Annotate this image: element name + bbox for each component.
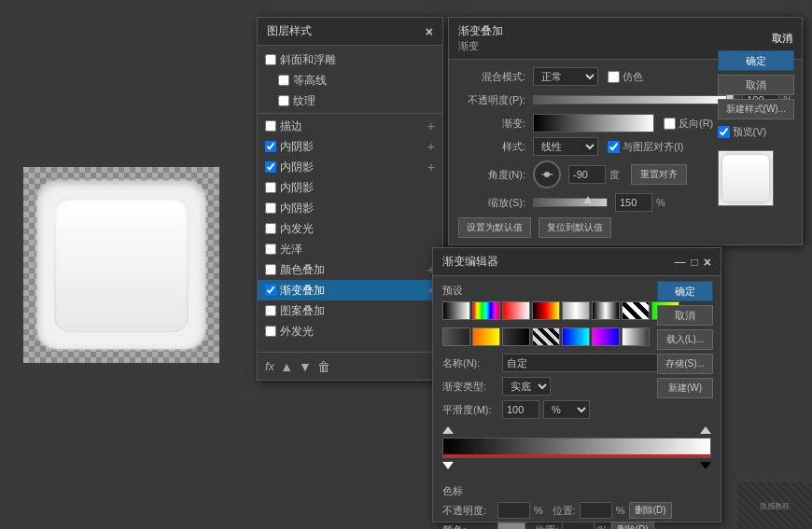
- layer-item-checkbox[interactable]: [278, 95, 289, 106]
- layer-item[interactable]: 颜色叠加 +: [258, 259, 442, 280]
- opacity-label: 不透明度(P):: [458, 93, 525, 107]
- preset-swatch[interactable]: [472, 301, 500, 320]
- set-default-button[interactable]: 设置为默认值: [458, 217, 531, 238]
- smoothness-input[interactable]: [502, 400, 539, 419]
- delete-color-stop-button[interactable]: 删除(D): [611, 522, 654, 529]
- gradient-editor-close-button[interactable]: ×: [704, 255, 711, 270]
- watermark-area: 质感教程: [737, 482, 812, 529]
- add-effect-icon[interactable]: ▲: [280, 359, 293, 374]
- opacity-stop-left[interactable]: [442, 426, 454, 434]
- layer-item[interactable]: 斜面和浮雕: [258, 49, 442, 70]
- color-stop-left[interactable]: [442, 462, 454, 469]
- ge-save-button[interactable]: 存储(S)...: [657, 354, 713, 374]
- opacity-stop-input[interactable]: [497, 502, 530, 519]
- layer-item[interactable]: 纹理: [258, 90, 442, 111]
- layer-item-checkbox[interactable]: [265, 305, 276, 316]
- layer-item-checkbox[interactable]: [265, 264, 276, 275]
- preset-swatch[interactable]: [592, 327, 620, 346]
- preset-swatch[interactable]: [532, 327, 560, 346]
- style-select[interactable]: 线性 径向: [533, 137, 598, 156]
- reset-default-button[interactable]: 复位到默认值: [539, 217, 611, 238]
- layer-item[interactable]: 内阴影: [258, 177, 442, 198]
- layer-item-checkbox[interactable]: [265, 141, 276, 152]
- layer-item-checkbox[interactable]: [265, 244, 276, 255]
- preset-swatch[interactable]: [502, 301, 530, 320]
- preset-swatch[interactable]: [472, 327, 500, 346]
- ge-new-button[interactable]: 新建(W): [657, 378, 713, 398]
- opacity-stop-right[interactable]: [700, 426, 711, 434]
- layer-item-checkbox[interactable]: [265, 120, 276, 132]
- layer-item[interactable]: 等高线: [258, 70, 442, 90]
- layer-item-checkbox[interactable]: [265, 202, 276, 214]
- layer-item-plus-icon[interactable]: +: [427, 118, 435, 133]
- layer-item-plus-icon[interactable]: +: [427, 160, 435, 174]
- reset-overlay-button[interactable]: 重置对齐: [631, 164, 687, 185]
- layer-item-checkbox[interactable]: [265, 182, 276, 193]
- confirm-button[interactable]: 确定: [718, 50, 794, 71]
- layer-item[interactable]: 外发光: [258, 321, 442, 341]
- preset-swatch[interactable]: [562, 301, 590, 320]
- color-stop-label: 颜色:: [442, 523, 494, 530]
- scale-input[interactable]: [615, 193, 652, 212]
- gradient-settings-close-button[interactable]: 取消: [772, 32, 792, 46]
- layer-item-plus-icon[interactable]: +: [427, 139, 435, 154]
- preset-swatch[interactable]: [562, 327, 590, 346]
- color-stop-right[interactable]: [700, 462, 711, 469]
- layer-item-checkbox[interactable]: [265, 326, 276, 337]
- ge-confirm-button[interactable]: 确定: [657, 281, 713, 301]
- layer-item-checkbox[interactable]: [265, 161, 276, 173]
- layer-item[interactable]: 内阴影: [258, 198, 442, 218]
- color-stop-row: 颜色: 位置: % 删除(D): [442, 522, 711, 529]
- angle-label: 角度(N):: [458, 168, 525, 182]
- delete-icon[interactable]: 🗑: [317, 359, 330, 374]
- layer-item-checkbox[interactable]: [278, 75, 289, 86]
- layer-item[interactable]: 内阴影 +: [258, 136, 442, 157]
- layer-item[interactable]: 投影 +: [258, 341, 442, 344]
- preset-swatch[interactable]: [622, 301, 650, 320]
- align-layer-checkbox[interactable]: [608, 141, 620, 153]
- gradient-editor-min-button[interactable]: —: [675, 256, 686, 269]
- simulate-checkbox[interactable]: [608, 71, 620, 83]
- reverse-checkbox[interactable]: [664, 118, 676, 130]
- preset-swatch[interactable]: [442, 301, 470, 320]
- preset-swatch[interactable]: [592, 301, 620, 320]
- preset-swatch[interactable]: [532, 301, 560, 320]
- preset-swatch[interactable]: [622, 327, 650, 346]
- layer-item-checkbox[interactable]: [265, 223, 276, 234]
- color-stop-swatch[interactable]: [497, 522, 525, 529]
- layer-item[interactable]: 描边 +: [258, 116, 442, 136]
- scale-label: 缩放(S):: [458, 196, 525, 210]
- blend-mode-select[interactable]: 正常 溶解: [533, 67, 598, 86]
- smoothness-unit-select[interactable]: %: [543, 400, 590, 419]
- layer-item-gradient-overlay[interactable]: 渐变叠加 +: [258, 280, 442, 300]
- ge-cancel-button[interactable]: 取消: [657, 305, 713, 326]
- cancel-button[interactable]: 取消: [718, 75, 794, 95]
- preset-swatch[interactable]: [442, 327, 470, 346]
- gradient-bar[interactable]: [533, 114, 654, 132]
- opacity-stop-position[interactable]: [580, 502, 612, 519]
- default-buttons-row: 设置为默认值 复位到默认值: [458, 217, 792, 238]
- gradient-editor-expand-button[interactable]: □: [692, 256, 698, 269]
- ge-load-button[interactable]: 载入(L)...: [657, 329, 713, 350]
- layer-item[interactable]: 光泽: [258, 239, 442, 259]
- watermark-text: 质感教程: [758, 499, 791, 513]
- preview-checkbox[interactable]: [718, 126, 730, 138]
- gradient-settings-panel: 渐变叠加 渐变 取消 混合模式: 正常 溶解 仿色 不透明度(P): %: [448, 17, 803, 245]
- delete-opacity-stop-button[interactable]: 删除(D): [629, 502, 672, 519]
- color-stop-position[interactable]: [562, 522, 595, 529]
- gradient-editor-bar[interactable]: [442, 438, 711, 458]
- new-style-button[interactable]: 新建样式(W)...: [718, 99, 794, 119]
- layer-item[interactable]: 内阴影 +: [258, 157, 442, 177]
- preset-swatch[interactable]: [502, 327, 530, 346]
- angle-input[interactable]: [568, 165, 606, 184]
- layer-item-checkbox[interactable]: [265, 285, 276, 296]
- layer-item[interactable]: 图案叠加: [258, 300, 442, 321]
- fx-label: fx: [265, 359, 274, 373]
- layer-item[interactable]: 内发光: [258, 218, 442, 239]
- layer-item-label: 内阴影: [280, 180, 435, 196]
- layer-style-close-button[interactable]: ×: [426, 24, 433, 39]
- opacity-stop-pos-percent: %: [616, 505, 625, 516]
- layer-item-checkbox[interactable]: [265, 54, 276, 65]
- move-up-icon[interactable]: ▼: [299, 359, 312, 374]
- gradient-type-select[interactable]: 实底 杂色: [502, 377, 551, 396]
